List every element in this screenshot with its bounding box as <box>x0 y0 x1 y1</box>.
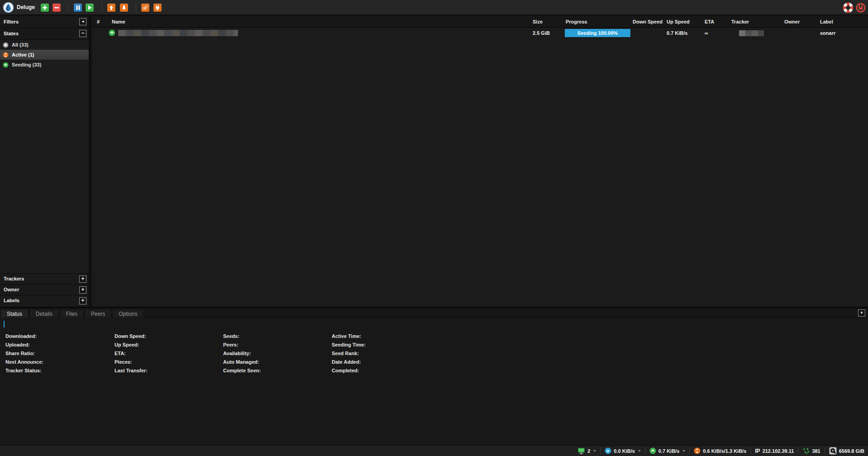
play-icon <box>88 5 92 10</box>
pause-icon <box>76 5 80 10</box>
expand-labels-button[interactable] <box>79 297 86 304</box>
statusbar-separator <box>689 447 690 454</box>
filter-label: All (33) <box>12 42 29 48</box>
column-header-eta[interactable]: ETA <box>705 19 714 24</box>
expand-owner-button[interactable] <box>79 286 86 294</box>
dht-nodes-indicator: 381 <box>802 447 820 455</box>
chevron-down-icon <box>682 450 685 452</box>
column-header-name[interactable]: Name <box>112 19 125 24</box>
labels-title: Labels <box>4 298 19 303</box>
filter-state-seeding[interactable]: Seeding (33) <box>0 60 89 70</box>
field-active-time: Active Time: <box>332 332 366 341</box>
empty-progress-caret <box>4 321 5 328</box>
cell-tracker-redacted <box>739 30 764 36</box>
field-downloaded: Downloaded: <box>5 332 43 341</box>
owner-section-header[interactable]: Owner <box>0 284 89 295</box>
field-next-announce: Next Announce: <box>5 358 43 366</box>
torrent-name-redacted <box>118 30 238 36</box>
column-header-label[interactable]: Label <box>820 19 833 24</box>
connections-icon <box>577 447 585 455</box>
column-header-downspeed[interactable]: Down Speed <box>633 19 663 24</box>
field-complete-seen: Complete Seen: <box>223 366 261 375</box>
trackers-section-header[interactable]: Trackers <box>0 273 89 284</box>
column-header-number[interactable]: # <box>97 19 100 24</box>
states-section-header[interactable]: States <box>0 28 89 40</box>
filter-state-active[interactable]: Active (1) <box>0 50 89 60</box>
field-last-transfer: Last Transfer: <box>114 366 148 375</box>
filter-label: Seeding (33) <box>12 62 41 67</box>
column-header-progress[interactable]: Progress <box>566 19 587 24</box>
column-header-owner[interactable]: Owner <box>784 19 800 24</box>
grid-header-row: # Name Size Progress Down Speed Up Speed… <box>92 16 868 28</box>
toolbar-separator <box>136 3 136 13</box>
column-header-size[interactable]: Size <box>533 19 543 24</box>
download-speed-indicator[interactable]: 0.0 KiB/s <box>605 447 640 454</box>
connections-count: 2 <box>587 448 590 454</box>
pause-button[interactable] <box>74 4 82 12</box>
filter-state-all[interactable]: All (33) <box>0 40 89 50</box>
column-header-tracker[interactable]: Tracker <box>731 19 749 24</box>
active-state-icon <box>3 52 9 58</box>
field-share-ratio: Share Ratio: <box>5 349 43 358</box>
progress-bar: Seeding 100.00% <box>565 29 630 37</box>
connection-manager-button[interactable] <box>153 4 162 12</box>
queue-up-button[interactable] <box>107 4 115 12</box>
connections-indicator[interactable]: 2 <box>577 447 596 455</box>
field-up-speed: Up Speed: <box>114 341 148 349</box>
statusbar: 2 0.0 KiB/s 0.7 KiB/s 0.6 KiB/s/1.3 KiB/… <box>0 445 868 456</box>
seeding-status-icon <box>109 29 115 36</box>
status-column-3: Seeds: Peers: Availability: Auto Managed… <box>223 332 261 375</box>
filters-panel-header: Filters <box>0 16 89 28</box>
torrent-row[interactable]: 2.5 GiB Seeding 100.00% 0.7 KiB/s ∞ sona… <box>92 28 868 38</box>
field-tracker-status: Tracker Status: <box>5 366 43 375</box>
app-title: Deluge <box>17 4 35 10</box>
ip-label: IP <box>755 448 760 454</box>
gears-icon <box>143 5 148 10</box>
collapse-states-button[interactable] <box>79 30 86 37</box>
chevron-down-icon <box>593 450 596 452</box>
statusbar-separator <box>825 447 825 454</box>
seeding-state-icon <box>3 62 9 68</box>
field-date-added: Date Added: <box>332 358 366 366</box>
toolbar: Deluge <box>0 0 868 15</box>
trackers-title: Trackers <box>4 276 24 281</box>
owner-title: Owner <box>4 287 19 292</box>
deluge-logo-icon <box>3 2 14 13</box>
preferences-button[interactable] <box>141 4 149 12</box>
statusbar-separator <box>600 447 601 454</box>
collapse-sidebar-button[interactable] <box>79 18 86 25</box>
traffic-icon <box>694 447 701 454</box>
toolbar-separator <box>35 3 36 13</box>
disk-icon <box>829 447 837 455</box>
remove-torrent-button[interactable] <box>52 4 61 12</box>
queue-down-button[interactable] <box>120 4 128 12</box>
ip-value: 212.102.39.11 <box>763 448 794 454</box>
download-speed-value: 0.0 KiB/s <box>614 448 634 454</box>
status-column-2: Down Speed: Up Speed: ETA: Pieces: Last … <box>114 332 148 375</box>
collapse-details-panel-button[interactable] <box>858 309 865 317</box>
minus-icon <box>54 5 59 10</box>
field-completed: Completed: <box>332 366 366 375</box>
field-seeding-time: Seeding Time: <box>332 341 366 349</box>
cell-eta: ∞ <box>705 30 708 36</box>
labels-section-header[interactable]: Labels <box>0 295 89 306</box>
plus-icon <box>43 5 47 10</box>
field-seeds: Seeds: <box>223 332 261 341</box>
column-header-upspeed[interactable]: Up Speed <box>667 19 690 24</box>
all-state-icon <box>3 42 9 48</box>
filters-sidebar: Filters States All (33) Active (1) Seedi… <box>0 16 91 306</box>
protocol-traffic-indicator[interactable]: 0.6 KiB/s/1.3 KiB/s <box>694 447 746 454</box>
field-uploaded: Uploaded: <box>5 341 43 349</box>
chevron-down-icon <box>638 450 641 452</box>
upload-icon <box>649 447 656 454</box>
logout-button[interactable] <box>855 2 866 13</box>
expand-trackers-button[interactable] <box>79 276 86 283</box>
field-availability: Availability: <box>223 349 261 358</box>
field-eta: ETA: <box>114 349 148 358</box>
external-ip-indicator: IP 212.102.39.11 <box>755 448 794 454</box>
help-button[interactable] <box>843 2 854 13</box>
upload-speed-indicator[interactable]: 0.7 KiB/s <box>649 447 685 454</box>
add-torrent-button[interactable] <box>41 4 49 12</box>
toolbar-separator <box>102 3 102 13</box>
resume-button[interactable] <box>86 4 94 12</box>
